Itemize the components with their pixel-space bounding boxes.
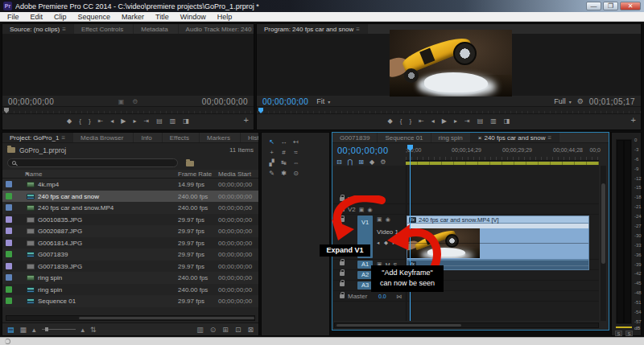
source-settings-icon[interactable]: ▣ <box>118 98 125 105</box>
menu-item[interactable]: File <box>2 12 25 21</box>
lock-icon[interactable] <box>340 282 345 286</box>
project-item-row[interactable]: 240 fps car and snow 240.00 fps 00;00;00… <box>2 191 258 203</box>
timeline-toggle-button[interactable]: ⊞ <box>358 158 364 166</box>
project-item-row[interactable]: G0061814.JPG 29.97 fps 00;00;00;00 <box>2 237 258 249</box>
item-name[interactable]: 240 fps car and snow.MP4 <box>38 204 114 212</box>
scrollbar-thumb[interactable] <box>336 324 461 327</box>
menu-item[interactable]: Window <box>175 12 212 21</box>
project-item-row[interactable]: ring spin 240.00 fps 00;00;00;00 <box>2 284 258 296</box>
project-tab[interactable]: Info <box>134 133 162 142</box>
solo-left-button[interactable]: S <box>615 331 622 336</box>
item-name[interactable]: G0010835.JPG <box>38 216 82 224</box>
item-name[interactable]: ring spin <box>38 274 62 281</box>
timeline-hscrollbar[interactable] <box>334 322 599 328</box>
scrollbar-thumb[interactable] <box>79 317 254 319</box>
project-tab[interactable]: History <box>241 133 258 142</box>
close-icon[interactable]: × <box>478 133 482 143</box>
transport-button[interactable]: ⇥ <box>464 116 470 127</box>
program-scrubber[interactable] <box>257 106 641 114</box>
project-tool-button[interactable]: ▦ <box>20 323 27 336</box>
keyframe-nav-icon[interactable]: ⋈ <box>396 294 402 300</box>
tool-button[interactable]: ↔ <box>278 137 290 147</box>
button-editor-icon[interactable]: + <box>631 115 636 125</box>
item-name[interactable]: G0071839 <box>38 251 68 258</box>
transport-button[interactable]: } <box>89 116 91 127</box>
transport-button[interactable]: ▤ <box>477 116 484 127</box>
project-tool-button[interactable]: ▥ <box>196 323 204 336</box>
search-bin-filter-icon[interactable] <box>186 161 194 166</box>
project-tool-button[interactable]: ⊙ <box>210 323 217 336</box>
search-input[interactable] <box>7 158 178 167</box>
track-master[interactable]: Master 0.0 ⋈ <box>333 291 599 302</box>
label-color-chip[interactable] <box>6 263 12 269</box>
fit-dropdown[interactable]: Fit ▾ <box>316 97 330 105</box>
label-color-chip[interactable] <box>6 251 12 257</box>
transport-button[interactable]: { <box>400 116 402 127</box>
tool-button[interactable]: ⇔ <box>290 158 302 168</box>
timeline-timecode[interactable]: 00;00;00;00 <box>337 146 389 155</box>
label-color-chip[interactable] <box>6 181 12 187</box>
project-item-row[interactable]: ring spin 240.00 fps 00;00;00;00 <box>2 272 258 284</box>
panel-menu-icon[interactable]: ≡ <box>356 24 360 35</box>
master-level[interactable]: 0.0 <box>378 294 386 299</box>
tool-button[interactable]: ⊙ <box>290 168 302 179</box>
menu-item[interactable]: Edit <box>25 12 49 21</box>
tool-button[interactable]: + <box>266 147 278 158</box>
program-tab[interactable]: Program: 240 fps car and snow ≡ <box>257 24 368 34</box>
transport-button[interactable]: ◨ <box>504 116 510 127</box>
lock-icon[interactable] <box>340 294 345 298</box>
program-playhead[interactable] <box>258 108 263 113</box>
program-timecode[interactable]: 00;00;00;00 <box>262 97 308 106</box>
panel-menu-icon[interactable]: ≡ <box>62 24 66 35</box>
lock-icon[interactable] <box>340 272 345 276</box>
search-field[interactable] <box>19 159 173 166</box>
timeline-toggle-button[interactable]: ⊟ <box>336 158 342 166</box>
program-settings-icon[interactable]: ⚙ <box>577 97 584 105</box>
label-color-chip[interactable] <box>6 204 12 211</box>
source-tab[interactable]: Audio Track Mixer: 240 fps car and snow <box>179 24 254 34</box>
item-name[interactable]: G0061814.JPG <box>38 240 82 247</box>
work-area-bar[interactable] <box>406 162 599 165</box>
project-tab[interactable]: Effects <box>163 133 200 142</box>
menu-item[interactable]: Help <box>212 12 238 21</box>
project-tool-button[interactable]: ⇅ <box>90 323 97 336</box>
label-color-chip[interactable] <box>6 228 12 234</box>
transport-button[interactable]: ▶ <box>442 116 447 127</box>
source-tab[interactable]: Effect Controls <box>74 24 134 34</box>
transport-button[interactable]: ◂ <box>110 116 114 127</box>
label-color-chip[interactable] <box>6 274 12 281</box>
transport-button[interactable]: ⇤ <box>98 116 104 127</box>
transport-button[interactable]: ▤ <box>156 116 163 127</box>
lock-icon[interactable] <box>340 261 345 265</box>
sequence-tab[interactable]: G0071839 <box>332 133 378 142</box>
timeline-vscrollbar[interactable] <box>601 166 606 321</box>
column-frame-rate[interactable]: Frame Rate <box>178 170 212 178</box>
project-tool-button[interactable]: ▴ <box>32 323 36 336</box>
item-name[interactable]: 4k.mp4 <box>38 181 59 188</box>
label-color-chip[interactable] <box>6 298 12 304</box>
menu-item[interactable]: Title <box>150 12 175 21</box>
item-name[interactable]: G0020887.JPG <box>38 228 82 235</box>
transport-button[interactable]: } <box>409 116 411 127</box>
close-button[interactable]: ✕ <box>620 2 641 10</box>
transport-button[interactable]: ⇤ <box>419 116 424 127</box>
source-gear-icon[interactable]: ⚙ <box>132 98 138 105</box>
project-item-row[interactable]: G0071839 29.97 fps 00;00;00;00 <box>2 248 258 261</box>
item-name[interactable]: G0071839.JPG <box>38 263 82 270</box>
timeline-toggle-button[interactable]: ⋂ <box>348 158 353 166</box>
timeline-toggle-button[interactable]: ◆ <box>369 158 374 166</box>
track-label[interactable]: Master <box>348 293 367 300</box>
transport-button[interactable]: ▶ <box>121 116 126 127</box>
project-item-row[interactable]: 4k.mp4 14.99 fps 00;00;00;00 <box>2 179 258 191</box>
project-tab[interactable]: Markers <box>200 133 241 142</box>
sequence-tab[interactable]: ring spin <box>431 133 471 142</box>
item-name[interactable]: ring spin <box>38 286 62 294</box>
tool-button[interactable]: ✱ <box>278 168 290 179</box>
project-tab[interactable]: Project: GoPro_1 ≡ <box>2 133 73 142</box>
project-tool-button[interactable]: ⊡ <box>235 323 242 336</box>
transport-button[interactable]: ◆ <box>67 116 72 127</box>
panel-menu-icon[interactable]: ≡ <box>61 133 65 143</box>
minimize-button[interactable]: — <box>586 2 601 10</box>
tool-button[interactable]: ↖ <box>266 137 278 147</box>
label-color-chip[interactable] <box>6 216 12 223</box>
